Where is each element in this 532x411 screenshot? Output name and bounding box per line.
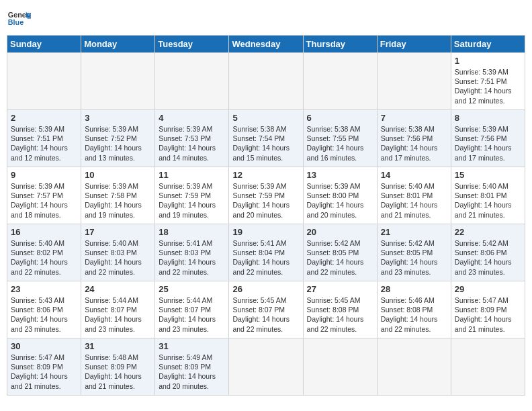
day-cell	[303, 338, 377, 396]
day-cell: 19Sunrise: 5:41 AMSunset: 8:04 PMDayligh…	[229, 224, 303, 281]
day-number: 29	[455, 284, 521, 294]
day-info: Sunrise: 5:39 AMSunset: 7:58 PMDaylight:…	[85, 181, 151, 220]
day-number: 8	[455, 113, 521, 123]
day-number: 3	[85, 113, 151, 123]
day-info: Sunrise: 5:40 AMSunset: 8:03 PMDaylight:…	[85, 238, 151, 277]
day-cell: 27Sunrise: 5:45 AMSunset: 8:08 PMDayligh…	[303, 281, 377, 338]
day-cell: 31Sunrise: 5:48 AMSunset: 8:09 PMDayligh…	[81, 338, 155, 396]
day-info: Sunrise: 5:38 AMSunset: 7:56 PMDaylight:…	[381, 124, 447, 163]
calendar-table: SundayMondayTuesdayWednesdayThursdayFrid…	[7, 35, 525, 396]
day-info: Sunrise: 5:48 AMSunset: 8:09 PMDaylight:…	[85, 353, 151, 391]
day-cell: 15Sunrise: 5:40 AMSunset: 8:01 PMDayligh…	[451, 167, 525, 224]
day-cell: 16Sunrise: 5:40 AMSunset: 8:02 PMDayligh…	[7, 224, 81, 281]
day-number: 4	[159, 113, 225, 123]
day-info: Sunrise: 5:39 AMSunset: 7:56 PMDaylight:…	[455, 124, 521, 163]
day-cell: 29Sunrise: 5:47 AMSunset: 8:09 PMDayligh…	[451, 281, 525, 338]
day-number: 22	[455, 227, 521, 237]
day-number: 5	[232, 113, 299, 123]
day-info: Sunrise: 5:40 AMSunset: 8:02 PMDaylight:…	[11, 238, 77, 277]
day-cell: 17Sunrise: 5:40 AMSunset: 8:03 PMDayligh…	[81, 224, 155, 281]
day-number: 25	[159, 284, 225, 294]
day-number: 21	[381, 227, 447, 237]
day-info: Sunrise: 5:41 AMSunset: 8:04 PMDaylight:…	[232, 238, 299, 277]
header-cell-monday: Monday	[81, 36, 155, 53]
day-info: Sunrise: 5:44 AMSunset: 8:07 PMDaylight:…	[85, 295, 151, 334]
day-cell: 18Sunrise: 5:41 AMSunset: 8:03 PMDayligh…	[155, 224, 229, 281]
day-info: Sunrise: 5:45 AMSunset: 8:07 PMDaylight:…	[232, 295, 299, 334]
day-info: Sunrise: 5:47 AMSunset: 8:09 PMDaylight:…	[455, 295, 521, 334]
day-info: Sunrise: 5:38 AMSunset: 7:55 PMDaylight:…	[307, 124, 373, 163]
day-number: 23	[11, 284, 77, 294]
day-info: Sunrise: 5:42 AMSunset: 8:05 PMDaylight:…	[307, 238, 373, 277]
day-info: Sunrise: 5:39 AMSunset: 7:52 PMDaylight:…	[85, 124, 151, 163]
day-cell: 11Sunrise: 5:39 AMSunset: 7:59 PMDayligh…	[155, 167, 229, 224]
day-cell: 24Sunrise: 5:44 AMSunset: 8:07 PMDayligh…	[81, 281, 155, 338]
day-info: Sunrise: 5:39 AMSunset: 7:59 PMDaylight:…	[159, 181, 225, 220]
day-number: 17	[85, 227, 151, 237]
day-cell: 21Sunrise: 5:42 AMSunset: 8:05 PMDayligh…	[377, 224, 451, 281]
day-cell	[451, 338, 525, 396]
svg-text:Blue: Blue	[8, 18, 24, 26]
day-cell: 8Sunrise: 5:39 AMSunset: 7:56 PMDaylight…	[451, 110, 525, 167]
calendar-week-row: 2Sunrise: 5:39 AMSunset: 7:51 PMDaylight…	[7, 110, 525, 167]
calendar-week-row: 1Sunrise: 5:39 AMSunset: 7:51 PMDaylight…	[7, 53, 525, 110]
day-cell: 23Sunrise: 5:43 AMSunset: 8:06 PMDayligh…	[7, 281, 81, 338]
day-info: Sunrise: 5:39 AMSunset: 7:51 PMDaylight:…	[11, 124, 77, 163]
day-number: 31	[159, 341, 225, 351]
day-cell: 13Sunrise: 5:39 AMSunset: 8:00 PMDayligh…	[303, 167, 377, 224]
day-number: 19	[232, 227, 299, 237]
day-cell: 22Sunrise: 5:42 AMSunset: 8:06 PMDayligh…	[451, 224, 525, 281]
day-info: Sunrise: 5:41 AMSunset: 8:03 PMDaylight:…	[159, 238, 225, 277]
day-cell: 31Sunrise: 5:49 AMSunset: 8:09 PMDayligh…	[155, 338, 229, 396]
header-cell-wednesday: Wednesday	[229, 36, 303, 53]
calendar-week-row: 30Sunrise: 5:47 AMSunset: 8:09 PMDayligh…	[7, 338, 525, 396]
day-number: 26	[232, 284, 299, 294]
day-cell: 25Sunrise: 5:44 AMSunset: 8:07 PMDayligh…	[155, 281, 229, 338]
empty-cell	[377, 53, 451, 110]
day-cell: 30Sunrise: 5:47 AMSunset: 8:09 PMDayligh…	[7, 338, 81, 396]
day-info: Sunrise: 5:45 AMSunset: 8:08 PMDaylight:…	[307, 295, 373, 334]
day-info: Sunrise: 5:39 AMSunset: 7:51 PMDaylight:…	[455, 67, 521, 105]
empty-cell	[7, 53, 81, 110]
svg-marker-3	[28, 13, 31, 19]
day-number: 20	[307, 227, 373, 237]
day-info: Sunrise: 5:43 AMSunset: 8:06 PMDaylight:…	[11, 295, 77, 334]
day-cell: 5Sunrise: 5:38 AMSunset: 7:54 PMDaylight…	[229, 110, 303, 167]
day-cell: 3Sunrise: 5:39 AMSunset: 7:52 PMDaylight…	[81, 110, 155, 167]
day-number: 24	[85, 284, 151, 294]
day-info: Sunrise: 5:39 AMSunset: 7:53 PMDaylight:…	[159, 124, 225, 163]
day-info: Sunrise: 5:49 AMSunset: 8:09 PMDaylight:…	[159, 353, 225, 391]
day-info: Sunrise: 5:46 AMSunset: 8:08 PMDaylight:…	[381, 295, 447, 334]
day-number: 1	[455, 56, 521, 66]
day-cell: 12Sunrise: 5:39 AMSunset: 7:59 PMDayligh…	[229, 167, 303, 224]
day-info: Sunrise: 5:44 AMSunset: 8:07 PMDaylight:…	[159, 295, 225, 334]
day-info: Sunrise: 5:42 AMSunset: 8:05 PMDaylight:…	[381, 238, 447, 277]
day-number: 27	[307, 284, 373, 294]
day-cell: 9Sunrise: 5:39 AMSunset: 7:57 PMDaylight…	[7, 167, 81, 224]
day-number: 30	[11, 341, 77, 351]
day-cell	[377, 338, 451, 396]
day-cell: 1Sunrise: 5:39 AMSunset: 7:51 PMDaylight…	[451, 53, 525, 110]
day-number: 7	[381, 113, 447, 123]
day-cell: 6Sunrise: 5:38 AMSunset: 7:55 PMDaylight…	[303, 110, 377, 167]
day-cell: 20Sunrise: 5:42 AMSunset: 8:05 PMDayligh…	[303, 224, 377, 281]
day-number: 28	[381, 284, 447, 294]
empty-cell	[81, 53, 155, 110]
header-cell-thursday: Thursday	[303, 36, 377, 53]
day-info: Sunrise: 5:39 AMSunset: 7:59 PMDaylight:…	[232, 181, 299, 220]
header-cell-friday: Friday	[377, 36, 451, 53]
day-info: Sunrise: 5:42 AMSunset: 8:06 PMDaylight:…	[455, 238, 521, 277]
empty-cell	[155, 53, 229, 110]
day-cell: 4Sunrise: 5:39 AMSunset: 7:53 PMDaylight…	[155, 110, 229, 167]
day-cell: 26Sunrise: 5:45 AMSunset: 8:07 PMDayligh…	[229, 281, 303, 338]
day-cell: 14Sunrise: 5:40 AMSunset: 8:01 PMDayligh…	[377, 167, 451, 224]
day-cell: 28Sunrise: 5:46 AMSunset: 8:08 PMDayligh…	[377, 281, 451, 338]
day-number: 12	[232, 170, 299, 180]
day-info: Sunrise: 5:40 AMSunset: 8:01 PMDaylight:…	[455, 181, 521, 220]
day-cell: 7Sunrise: 5:38 AMSunset: 7:56 PMDaylight…	[377, 110, 451, 167]
day-number: 18	[159, 227, 225, 237]
page-header: General Blue	[7, 7, 525, 31]
day-info: Sunrise: 5:39 AMSunset: 8:00 PMDaylight:…	[307, 181, 373, 220]
day-number: 16	[11, 227, 77, 237]
calendar-week-row: 16Sunrise: 5:40 AMSunset: 8:02 PMDayligh…	[7, 224, 525, 281]
